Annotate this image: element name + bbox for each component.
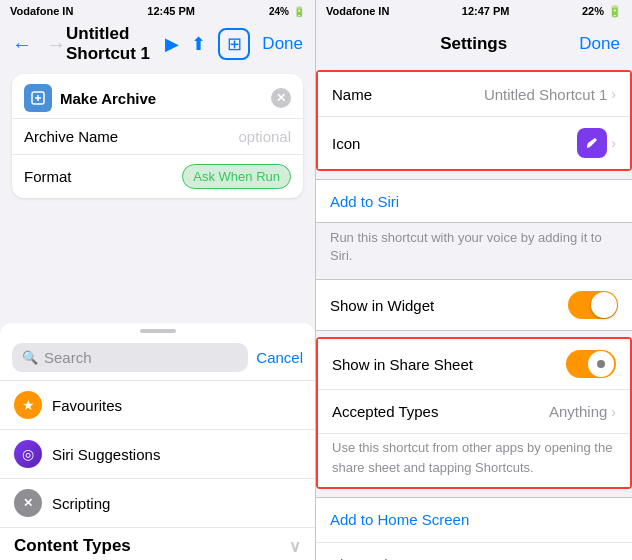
- accepted-types-row[interactable]: Accepted Types Anything ›: [318, 389, 630, 433]
- icon-value: ›: [577, 128, 616, 158]
- left-panel: Vodafone IN 12:45 PM 24% 🔋 ← → Untitled …: [0, 0, 316, 560]
- share-desc-text: Use this shortcut from other apps by ope…: [332, 440, 612, 474]
- right-panel: Vodafone IN 12:47 PM 22% 🔋 Settings Done…: [316, 0, 632, 560]
- battery-icon: 🔋: [293, 6, 305, 17]
- accepted-types-label: Accepted Types: [332, 403, 438, 420]
- icon-row[interactable]: Icon ›: [318, 116, 630, 169]
- show-widget-toggle[interactable]: [568, 291, 618, 319]
- show-share-label: Show in Share Sheet: [332, 356, 473, 373]
- add-home-row[interactable]: Add to Home Screen: [316, 498, 632, 542]
- share-desc-row: Use this shortcut from other apps by ope…: [318, 433, 630, 486]
- right-status-bar: Vodafone IN 12:47 PM 22% 🔋: [316, 0, 632, 22]
- ask-when-run-btn[interactable]: Ask When Run: [182, 164, 291, 189]
- add-home-text: Add to Home Screen: [330, 511, 469, 528]
- favourites-icon: ★: [14, 391, 42, 419]
- left-nav-back-icons: ← →: [12, 33, 66, 56]
- list-item-siri[interactable]: ◎ Siri Suggestions: [0, 429, 315, 478]
- archive-name-row: Archive Name optional: [12, 118, 303, 154]
- list-item-scripting[interactable]: ✕ Scripting: [0, 478, 315, 527]
- back-icon[interactable]: ←: [12, 33, 32, 56]
- name-chevron: ›: [611, 86, 616, 102]
- right-battery-icon: 🔋: [608, 5, 622, 18]
- left-time: 12:45 PM: [147, 5, 195, 17]
- name-label: Name: [332, 86, 372, 103]
- forward-icon[interactable]: →: [46, 33, 66, 56]
- icon-chevron: ›: [611, 135, 616, 151]
- share-shortcut-text: Share Shortcut: [330, 556, 430, 560]
- favourites-label: Favourites: [52, 397, 122, 414]
- name-icon-settings-group: Name Untitled Shortcut 1 › Icon: [318, 72, 630, 169]
- siri-section: Add to Siri Run this shortcut with your …: [316, 171, 632, 271]
- bottom-sheet: 🔍 Search Cancel ★ Favourites ◎ Siri Sugg…: [0, 323, 315, 560]
- search-bar-row: 🔍 Search Cancel: [0, 339, 315, 380]
- name-value-text: Untitled Shortcut 1: [484, 86, 607, 103]
- action-card: Make Archive ✕ Archive Name optional For…: [12, 74, 303, 198]
- share-icon[interactable]: ⬆: [191, 33, 206, 55]
- name-row[interactable]: Name Untitled Shortcut 1 ›: [318, 72, 630, 116]
- share-toggle-dot: [597, 360, 605, 368]
- show-widget-row: Show in Widget: [316, 280, 632, 330]
- right-battery: 22%: [582, 5, 604, 17]
- add-to-siri-text: Add to Siri: [330, 193, 399, 210]
- search-bar[interactable]: 🔍 Search: [12, 343, 248, 372]
- accepted-chevron: ›: [611, 404, 616, 420]
- play-icon[interactable]: ▶: [165, 33, 179, 55]
- settings-icon[interactable]: ⊞: [218, 28, 250, 60]
- left-battery-area: 24% 🔋: [269, 6, 305, 17]
- left-status-bar: Vodafone IN 12:45 PM 24% 🔋: [0, 0, 315, 22]
- right-nav-title: Settings: [440, 34, 507, 54]
- archive-name-value[interactable]: optional: [238, 128, 291, 145]
- left-battery: 24%: [269, 6, 289, 17]
- right-done-btn[interactable]: Done: [579, 34, 620, 54]
- home-share-group: Add to Home Screen Share Shortcut: [316, 497, 632, 560]
- show-share-row: Show in Share Sheet: [318, 339, 630, 389]
- name-value: Untitled Shortcut 1 ›: [484, 86, 616, 103]
- icon-purple-btn[interactable]: [577, 128, 607, 158]
- right-carrier: Vodafone IN: [326, 5, 389, 17]
- bottom-sheet-handle: [140, 329, 176, 333]
- content-types-label: Content Types: [14, 536, 131, 556]
- search-cancel-btn[interactable]: Cancel: [256, 349, 303, 366]
- right-nav-bar: Settings Done: [316, 22, 632, 66]
- content-types-chevron: ∨: [289, 537, 301, 556]
- list-item-favourites[interactable]: ★ Favourites: [0, 380, 315, 429]
- accepted-value-text: Anything: [549, 403, 607, 420]
- search-placeholder: Search: [44, 349, 92, 366]
- name-icon-group: Name Untitled Shortcut 1 › Icon: [316, 70, 632, 171]
- add-to-siri-row[interactable]: Add to Siri: [316, 179, 632, 223]
- share-toggle-knob: [588, 351, 614, 377]
- scripting-icon: ✕: [14, 489, 42, 517]
- scripting-label: Scripting: [52, 495, 110, 512]
- share-sheet-group-highlighted: Show in Share Sheet Accepted Types Anyth…: [316, 337, 632, 488]
- format-row: Format Ask When Run: [12, 154, 303, 198]
- siri-icon: ◎: [14, 440, 42, 468]
- right-battery-area: 22% 🔋: [582, 5, 622, 18]
- widget-group: Show in Widget: [316, 279, 632, 331]
- share-shortcut-row[interactable]: Share Shortcut: [316, 542, 632, 560]
- accepted-types-value: Anything ›: [549, 403, 616, 420]
- left-done-btn[interactable]: Done: [262, 34, 303, 54]
- action-close-btn[interactable]: ✕: [271, 88, 291, 108]
- action-card-title: Make Archive: [24, 84, 156, 112]
- siri-label: Siri Suggestions: [52, 446, 160, 463]
- format-label: Format: [24, 168, 72, 185]
- archive-name-label: Archive Name: [24, 128, 118, 145]
- action-title: Make Archive: [60, 90, 156, 107]
- action-area: Make Archive ✕ Archive Name optional For…: [0, 66, 315, 315]
- show-share-toggle[interactable]: [566, 350, 616, 378]
- show-widget-label: Show in Widget: [330, 297, 434, 314]
- left-nav-title: Untitled Shortcut 1: [66, 24, 165, 64]
- settings-scroll: Name Untitled Shortcut 1 › Icon: [316, 66, 632, 560]
- action-card-header: Make Archive ✕: [12, 74, 303, 118]
- share-sheet-settings-group: Show in Share Sheet Accepted Types Anyth…: [318, 339, 630, 486]
- left-nav-bar: ← → Untitled Shortcut 1 ▶ ⬆ ⊞ Done: [0, 22, 315, 66]
- right-time: 12:47 PM: [462, 5, 510, 17]
- widget-toggle-knob: [591, 292, 617, 318]
- search-magnifier-icon: 🔍: [22, 350, 38, 365]
- icon-label: Icon: [332, 135, 360, 152]
- siri-desc: Run this shortcut with your voice by add…: [316, 223, 632, 271]
- left-carrier: Vodafone IN: [10, 5, 73, 17]
- action-icon: [24, 84, 52, 112]
- content-types-header: Content Types ∨: [0, 527, 315, 560]
